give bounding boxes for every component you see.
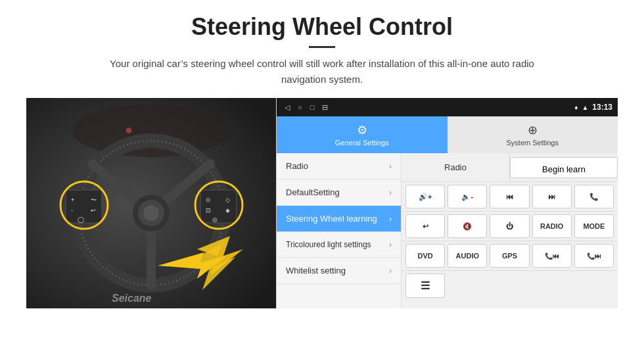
radio-button[interactable]: RADIO — [532, 214, 572, 238]
next-track-button[interactable]: ⏭ — [532, 185, 572, 208]
buttons-row-3: DVD AUDIO GPS 📞⏮ 📞⏭ — [402, 241, 618, 271]
svg-text:+: + — [71, 197, 74, 203]
svg-text:◇: ◇ — [225, 197, 230, 203]
svg-text:◈: ◈ — [225, 207, 230, 214]
menu-whitelist-label: Whitelist setting — [286, 266, 346, 275]
left-menu: Radio › DefaultSetting › Steering Wheel … — [277, 153, 402, 308]
back-nav-icon[interactable]: ◁ — [285, 103, 290, 112]
gps-button[interactable]: GPS — [490, 244, 529, 268]
status-bar: ◁ ○ □ ⊟ ♦ ▲ 13:13 — [277, 98, 618, 116]
vol-up-button[interactable]: 🔊+ — [405, 185, 445, 208]
svg-text:●: ● — [125, 122, 133, 137]
menu-radio-label: Radio — [286, 161, 308, 171]
dvd-button[interactable]: DVD — [405, 244, 445, 268]
menu-steering-label: Steering Wheel learning — [286, 214, 377, 224]
home-nav-icon[interactable]: ○ — [298, 103, 302, 112]
status-bar-nav: ◁ ○ □ ⊟ — [282, 103, 574, 112]
list-button[interactable]: ☰ — [405, 274, 445, 298]
mute-button[interactable]: 🔇 — [448, 214, 487, 238]
tab-system-label: System Settings — [507, 139, 559, 147]
svg-text:↩: ↩ — [91, 207, 96, 214]
menu-tricoloured-label: Tricoloured light settings — [286, 240, 371, 249]
call-button[interactable]: 📞 — [574, 185, 614, 208]
general-settings-icon: ⚙ — [357, 123, 367, 137]
steering-wheel-placeholder: ● + 〜 - ↩ — [26, 98, 276, 308]
buttons-row-1: 🔊+ 🔉- ⏮ ⏭ 📞 — [402, 182, 618, 212]
svg-text:〜: 〜 — [91, 197, 97, 203]
prev-track-button[interactable]: ⏮ — [490, 185, 529, 208]
chevron-default-icon: › — [389, 188, 392, 197]
watermark-text: Seicane — [112, 293, 152, 304]
call-prev-button[interactable]: 📞⏮ — [532, 244, 572, 268]
mode-button[interactable]: MODE — [574, 214, 614, 238]
tab-system-settings[interactable]: ⊕ System Settings — [448, 116, 618, 153]
menu-default-label: DefaultSetting — [286, 187, 340, 197]
menu-item-default[interactable]: DefaultSetting › — [277, 180, 401, 206]
radio-label: Radio — [444, 162, 467, 172]
title-divider — [309, 46, 335, 48]
page-subtitle: Your original car’s steering wheel contr… — [92, 56, 552, 87]
page-wrapper: Steering Wheel Control Your original car… — [0, 0, 644, 315]
vol-down-button[interactable]: 🔉- — [448, 185, 487, 208]
tab-general-settings[interactable]: ⚙ General Settings — [277, 116, 448, 153]
svg-text:◎: ◎ — [212, 216, 218, 223]
svg-text:⊡: ⊡ — [206, 207, 211, 214]
steering-wheel-svg: ● + 〜 - ↩ — [26, 98, 276, 308]
tab-general-label: General Settings — [335, 139, 389, 147]
begin-learn-button[interactable]: Begin learn — [510, 157, 618, 178]
audio-button[interactable]: AUDIO — [448, 244, 487, 268]
svg-rect-17 — [200, 190, 237, 223]
time-display: 13:13 — [592, 103, 612, 112]
power-button[interactable]: ⏻ — [490, 214, 529, 238]
panel-row-1: Radio Begin learn — [402, 153, 618, 182]
buttons-row-4: ☰ — [402, 271, 618, 300]
svg-text:⊙: ⊙ — [206, 197, 211, 203]
call-next-button[interactable]: 📞⏭ — [574, 244, 614, 268]
android-ui: ◁ ○ □ ⊟ ♦ ▲ 13:13 ⚙ General Settings — [276, 98, 618, 308]
svg-text:◯: ◯ — [78, 216, 84, 224]
svg-point-1 — [72, 105, 230, 157]
android-main: Radio › DefaultSetting › Steering Wheel … — [277, 153, 618, 308]
chevron-tricoloured-icon: › — [389, 240, 392, 249]
menu-nav-icon[interactable]: ⊟ — [322, 103, 328, 112]
chevron-radio-icon: › — [389, 162, 392, 171]
page-title: Steering Wheel Control — [26, 13, 618, 41]
title-section: Steering Wheel Control Your original car… — [26, 13, 618, 87]
menu-item-whitelist[interactable]: Whitelist setting › — [277, 258, 401, 284]
menu-item-radio[interactable]: Radio › — [277, 153, 401, 180]
menu-item-tricoloured[interactable]: Tricoloured light settings › — [277, 232, 401, 258]
recents-nav-icon[interactable]: □ — [310, 103, 315, 112]
svg-point-10 — [143, 205, 159, 221]
svg-text:-: - — [71, 207, 73, 214]
system-settings-icon: ⊕ — [528, 123, 538, 137]
chevron-whitelist-icon: › — [389, 266, 392, 275]
status-bar-right: ♦ ▲ 13:13 — [574, 103, 612, 112]
buttons-row-2: ↩ 🔇 ⏻ RADIO MODE — [402, 212, 618, 241]
back-button[interactable]: ↩ — [405, 214, 445, 238]
wifi-icon: ▲ — [582, 104, 588, 111]
signal-icon: ♦ — [574, 104, 578, 111]
right-panel: Radio Begin learn 🔊+ 🔉- ⏮ ⏭ — [402, 153, 618, 308]
chevron-steering-icon: › — [389, 214, 392, 224]
top-tabs: ⚙ General Settings ⊕ System Settings — [277, 116, 618, 153]
menu-item-steering[interactable]: Steering Wheel learning › — [277, 206, 401, 232]
content-area: ● + 〜 - ↩ — [26, 98, 618, 308]
steering-wheel-image: ● + 〜 - ↩ — [26, 98, 276, 308]
